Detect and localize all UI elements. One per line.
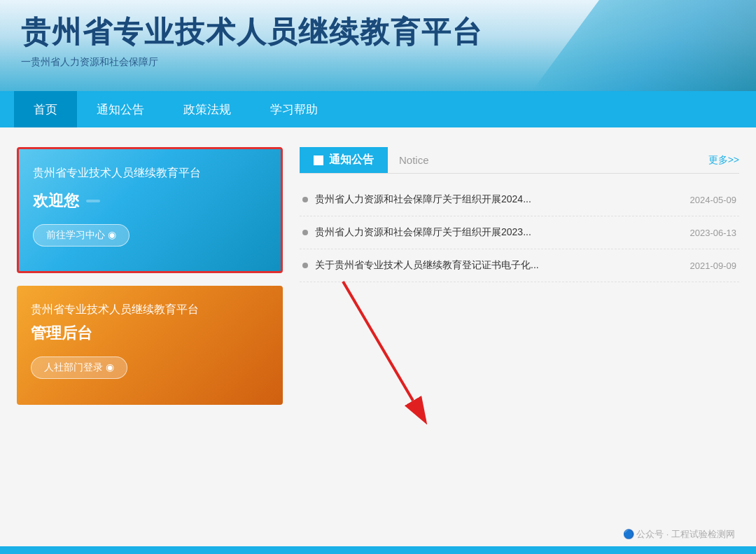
- notice-more-link[interactable]: 更多>>: [708, 148, 739, 172]
- main-nav: 首页 通知公告 政策法规 学习帮助: [0, 91, 756, 127]
- site-subtitle: 一贵州省人力资源和社会保障厅: [21, 56, 735, 69]
- notice-tab-active-label: 通知公告: [329, 153, 374, 167]
- notice-list-item[interactable]: 贵州省人力资源和社会保障厅关于组织开展2024... 2024-05-09: [300, 183, 739, 216]
- login-card-platform-name: 贵州省专业技术人员继续教育平台: [33, 166, 267, 181]
- notice-tab-active[interactable]: 通知公告: [300, 147, 388, 173]
- notice-dot: [302, 197, 308, 202]
- site-title: 贵州省专业技术人员继续教育平台: [21, 13, 735, 52]
- notice-dot: [302, 230, 308, 235]
- notice-list: 贵州省人力资源和社会保障厅关于组织开展2024... 2024-05-09 贵州…: [300, 183, 739, 282]
- header: 贵州省专业技术人员继续教育平台 一贵州省人力资源和社会保障厅: [0, 0, 756, 91]
- login-card-username: [86, 200, 100, 202]
- goto-learning-center-button[interactable]: 前往学习中心 ◉: [33, 224, 130, 247]
- left-panel: 贵州省专业技术人员继续教育平台 欢迎您 前往学习中心 ◉ 贵州省专业技术人员继续…: [17, 147, 283, 500]
- admin-card-platform-name: 贵州省专业技术人员继续教育平台: [31, 303, 269, 317]
- notice-item-date: 2021-09-09: [690, 261, 737, 271]
- nav-item-home[interactable]: 首页: [14, 91, 77, 127]
- notice-item-text: 贵州省人力资源和社会保障厅关于组织开展2024...: [315, 193, 672, 206]
- nav-item-notice[interactable]: 通知公告: [77, 91, 164, 127]
- admin-card-title: 管理后台: [31, 323, 269, 344]
- nav-item-help[interactable]: 学习帮助: [251, 91, 337, 127]
- notice-item-date: 2023-06-13: [690, 228, 737, 238]
- notice-list-item[interactable]: 贵州省人力资源和社会保障厅关于组织开展2023... 2023-06-13: [300, 216, 739, 249]
- notice-dot: [302, 263, 308, 268]
- login-card: 贵州省专业技术人员继续教育平台 欢迎您 前往学习中心 ◉: [17, 147, 283, 273]
- admin-login-button[interactable]: 人社部门登录 ◉: [31, 356, 127, 379]
- notice-item-text: 贵州省人力资源和社会保障厅关于组织开展2023...: [315, 226, 672, 239]
- nav-item-policy[interactable]: 政策法规: [164, 91, 251, 127]
- notice-header: 通知公告 Notice 更多>>: [300, 147, 739, 174]
- right-panel: 通知公告 Notice 更多>> 贵州省人力资源和社会保障厅关于组织开展2024…: [300, 147, 739, 500]
- admin-card: 贵州省专业技术人员继续教育平台 管理后台 人社部门登录 ◉: [17, 286, 283, 405]
- notice-tab-icon: [314, 155, 323, 165]
- login-card-welcome: 欢迎您: [33, 191, 267, 212]
- notice-tab-secondary[interactable]: Notice: [388, 148, 440, 172]
- notice-list-item[interactable]: 关于贵州省专业技术人员继续教育登记证书电子化... 2021-09-09: [300, 249, 739, 282]
- main-content: 贵州省专业技术人员继续教育平台 欢迎您 前往学习中心 ◉ 贵州省专业技术人员继续…: [0, 127, 756, 520]
- notice-item-date: 2024-05-09: [690, 195, 737, 205]
- watermark: 🔵 公众号 · 工程试验检测网: [0, 520, 756, 546]
- footer-bar: [0, 546, 756, 554]
- watermark-text: 🔵 公众号 · 工程试验检测网: [623, 529, 735, 539]
- notice-item-text: 关于贵州省专业技术人员继续教育登记证书电子化...: [315, 259, 672, 272]
